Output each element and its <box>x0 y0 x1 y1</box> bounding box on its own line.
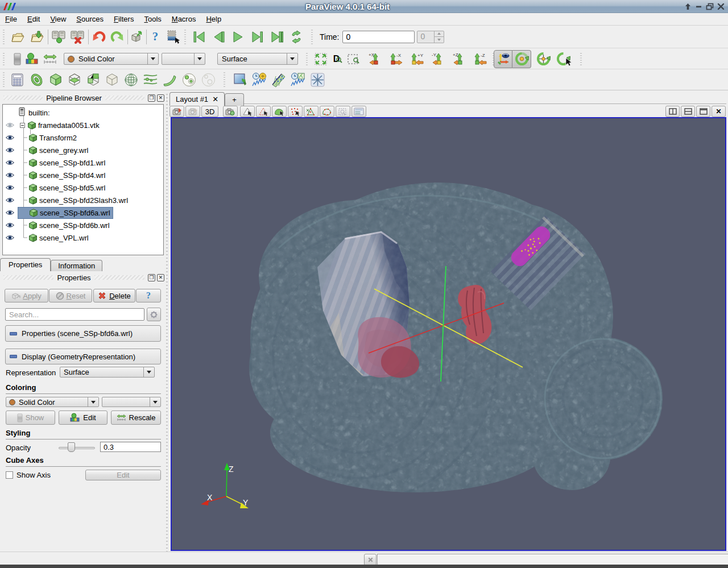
svg-text:Y: Y <box>243 498 249 507</box>
svg-text:-X: -X <box>396 53 402 58</box>
svg-text:Z: Z <box>229 465 234 474</box>
svg-text:-Y: -Y <box>432 52 437 57</box>
svg-text:X: X <box>207 493 213 502</box>
svg-text:-Z: -Z <box>481 53 485 58</box>
svg-text:+Y: +Y <box>417 53 424 58</box>
